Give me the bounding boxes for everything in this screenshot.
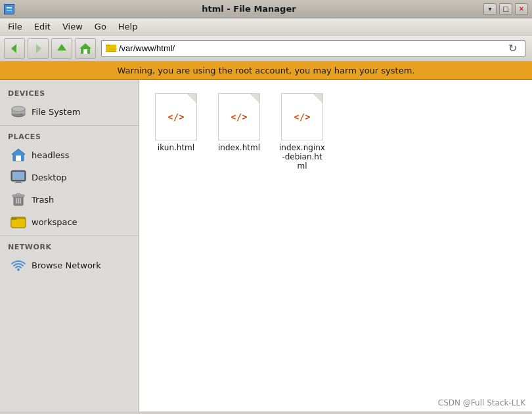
divider-2 — [0, 236, 139, 236]
svg-point-14 — [12, 106, 25, 112]
file-name-ikun-html: ikun.html — [158, 143, 194, 152]
reload-button[interactable]: ↻ — [504, 40, 521, 57]
fold-corner — [313, 94, 322, 103]
file-item-ikun-html[interactable]: </> ikun.html — [150, 91, 202, 173]
folder-icon — [106, 43, 116, 54]
sidebar-item-filesystem[interactable]: File System — [0, 100, 139, 123]
svg-rect-29 — [11, 218, 26, 228]
browse-network-label: Browse Network — [32, 260, 101, 270]
headless-label: headless — [32, 150, 70, 160]
menu-edit[interactable]: Edit — [29, 20, 56, 33]
sidebar-item-trash[interactable]: Trash — [0, 188, 139, 211]
svg-marker-5 — [36, 44, 41, 53]
trash-icon — [11, 192, 26, 207]
minimize-button[interactable]: ▾ — [483, 3, 497, 15]
desktop-icon — [11, 169, 26, 185]
home-icon — [11, 147, 26, 163]
fold-corner — [187, 94, 196, 103]
menu-bar: File Edit View Go Help — [0, 18, 532, 35]
svg-marker-4 — [11, 44, 16, 53]
wifi-icon — [11, 257, 26, 273]
file-name-index-html: index.html — [218, 143, 260, 152]
svg-rect-1 — [7, 9, 12, 9]
sidebar-item-desktop[interactable]: Desktop — [0, 166, 139, 188]
sidebar: DEVICES File System PLACES — [0, 80, 139, 411]
title-bar-left — [4, 4, 14, 14]
svg-rect-21 — [14, 182, 22, 183]
window-controls: ▾ □ ✕ — [483, 3, 528, 15]
workspace-label: workspace — [32, 217, 78, 227]
svg-rect-3 — [7, 10, 12, 10]
file-area: </> ikun.html </> index.html </> index.n… — [139, 80, 532, 411]
file-name-index-nginx-debian-html: index.nginx-debian.html — [278, 143, 326, 171]
address-input[interactable] — [119, 43, 504, 53]
workspace-folder-icon — [11, 214, 26, 230]
svg-rect-2 — [7, 7, 12, 8]
places-header: PLACES — [0, 129, 139, 144]
toolbar: ↻ — [0, 35, 532, 62]
fold-corner — [250, 94, 259, 103]
home-button[interactable] — [75, 38, 96, 59]
svg-rect-24 — [16, 194, 20, 196]
svg-rect-11 — [106, 46, 116, 51]
window-title: html - File Manager — [14, 4, 483, 14]
file-item-index-nginx-debian-html[interactable]: </> index.nginx-debian.html — [276, 91, 328, 173]
network-header: NETWORK — [0, 239, 139, 254]
warning-message: Warning, you are using the root account,… — [118, 66, 415, 75]
svg-marker-6 — [57, 44, 66, 51]
menu-file[interactable]: File — [3, 20, 28, 33]
desktop-label: Desktop — [32, 173, 67, 182]
file-item-index-html[interactable]: </> index.html — [213, 91, 265, 173]
devices-header: DEVICES — [0, 85, 139, 100]
back-button[interactable] — [4, 38, 25, 59]
menu-view[interactable]: View — [57, 20, 88, 33]
html-file-icon-ikun: </> — [155, 93, 197, 140]
divider-1 — [0, 125, 139, 126]
sidebar-item-workspace[interactable]: workspace — [0, 211, 139, 233]
up-button[interactable] — [51, 38, 72, 59]
sidebar-item-headless[interactable]: headless — [0, 144, 139, 166]
filesystem-label: File System — [32, 107, 80, 117]
drive-icon — [11, 104, 26, 119]
menu-help[interactable]: Help — [113, 20, 143, 33]
svg-rect-17 — [16, 155, 21, 161]
maximize-button[interactable]: □ — [499, 3, 512, 15]
address-bar: ↻ — [101, 40, 525, 57]
trash-label: Trash — [32, 195, 54, 205]
html-file-icon-nginx: </> — [281, 93, 323, 140]
svg-point-15 — [20, 114, 22, 115]
warning-bar: Warning, you are using the root account,… — [0, 62, 532, 80]
svg-rect-20 — [16, 181, 21, 182]
svg-rect-8 — [83, 49, 87, 54]
html-file-icon-index: </> — [218, 93, 260, 140]
svg-point-30 — [17, 268, 20, 271]
sidebar-item-browse-network[interactable]: Browse Network — [0, 254, 139, 276]
app-icon — [4, 4, 14, 14]
watermark: CSDN @Full Stack-LLK — [438, 398, 525, 407]
menu-go[interactable]: Go — [89, 20, 112, 33]
title-bar: html - File Manager ▾ □ ✕ — [0, 0, 532, 18]
main-content: DEVICES File System PLACES — [0, 80, 532, 411]
close-button[interactable]: ✕ — [515, 3, 528, 15]
forward-button[interactable] — [28, 38, 49, 59]
svg-rect-19 — [12, 172, 24, 180]
